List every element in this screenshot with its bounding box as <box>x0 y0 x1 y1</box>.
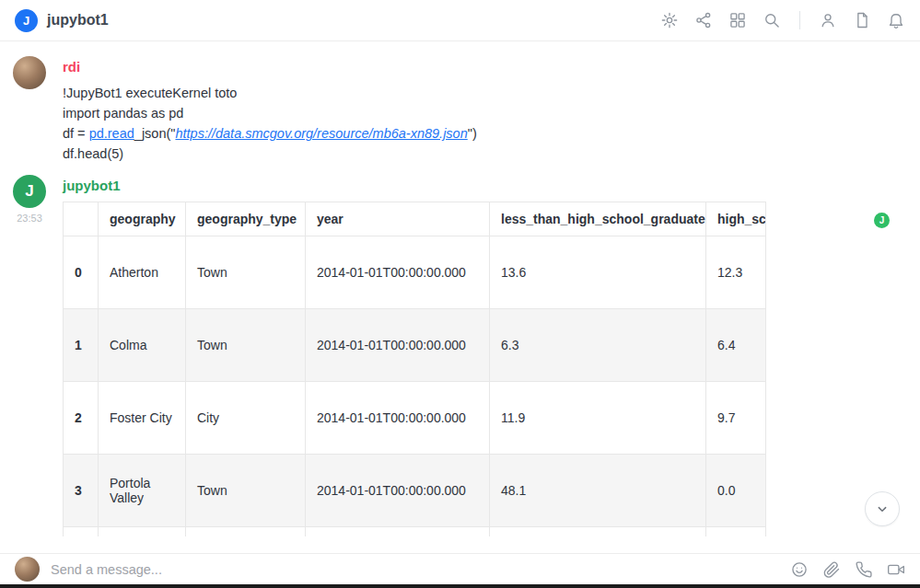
table-cell: Town <box>186 236 306 309</box>
message-list[interactable]: rdi !JupyBot1 executeKernel toto import … <box>0 41 920 553</box>
row-index: 2 <box>64 382 99 455</box>
unread-jump-badge[interactable]: J <box>874 213 890 228</box>
code-prefix: df = <box>63 126 89 141</box>
channel-title: jupybot1 <box>47 12 109 29</box>
code-mid: _json(" <box>134 126 176 141</box>
window-bottom-bar <box>0 584 920 588</box>
column-header: high_sc <box>706 202 767 236</box>
table-cell: 6.3 <box>490 309 706 382</box>
gear-icon[interactable] <box>660 11 679 29</box>
table-row-partial <box>64 527 767 537</box>
resource-url-link[interactable]: https://data.smcgov.org/resource/mb6a-xn… <box>175 126 467 141</box>
message-text-line: df.head(5) <box>63 144 907 164</box>
code-suffix: ") <box>468 126 477 141</box>
message-timestamp: 23:53 <box>17 213 42 224</box>
file-icon[interactable] <box>853 11 871 29</box>
message-jupybot1: J 23:53 jupybot1 geography geography_typ… <box>0 164 920 536</box>
table-cell: Town <box>186 309 306 382</box>
message-rdi: rdi !JupyBot1 executeKernel toto import … <box>0 41 920 164</box>
scroll-to-bottom-button[interactable] <box>865 491 900 526</box>
table-header-row: geography geography_type year less_than_… <box>64 202 767 236</box>
header-toolbar <box>660 11 905 29</box>
row-index: 1 <box>64 309 99 382</box>
emoji-icon[interactable] <box>790 560 809 579</box>
table-cell: Foster City <box>99 382 186 455</box>
table-row: 2 Foster City City 2014-01-01T00:00:00.0… <box>64 382 767 455</box>
table-row: 1 Colma Town 2014-01-01T00:00:00.000 6.3… <box>64 309 767 382</box>
message-composer <box>0 553 920 584</box>
table-cell: 11.9 <box>490 382 706 455</box>
table-cell: 2014-01-01T00:00:00.000 <box>306 236 490 309</box>
column-header <box>64 202 99 236</box>
paperclip-icon[interactable] <box>822 560 841 579</box>
table-cell: 2014-01-01T00:00:00.000 <box>306 382 490 455</box>
message-input[interactable] <box>49 561 790 578</box>
dataframe-table-container: geography geography_type year less_than_… <box>63 202 766 536</box>
search-icon[interactable] <box>763 11 781 29</box>
apps-grid-icon[interactable] <box>728 11 747 29</box>
channel-header: J jupybot1 <box>0 0 920 41</box>
toolbar-divider <box>799 11 800 29</box>
table-cell: 6.4 <box>706 309 767 382</box>
row-index: 0 <box>64 236 99 309</box>
column-header: less_than_high_school_graduate <box>490 202 706 236</box>
table-cell: Portola Valley <box>99 455 186 527</box>
table-cell: 2014-01-01T00:00:00.000 <box>306 455 490 527</box>
message-text-line: import pandas as pd <box>63 103 907 123</box>
channel-avatar: J <box>15 9 38 32</box>
dataframe-table: geography geography_type year less_than_… <box>63 202 766 536</box>
avatar-rdi[interactable] <box>13 56 46 89</box>
column-header: geography_type <box>186 202 306 236</box>
message-text-line: df = pd.read_json("https://data.smcgov.o… <box>63 123 907 144</box>
table-cell: Atherton <box>99 236 186 309</box>
row-index: 3 <box>64 455 99 527</box>
chevron-down-icon <box>872 499 892 519</box>
composer-avatar[interactable] <box>15 557 40 582</box>
user-icon[interactable] <box>819 11 837 29</box>
share-icon[interactable] <box>694 11 713 29</box>
table-cell: Town <box>186 455 306 527</box>
username-jupybot1[interactable]: jupybot1 <box>63 178 907 193</box>
table-cell: 9.7 <box>706 382 767 455</box>
table-cell: 48.1 <box>490 455 706 527</box>
bell-icon[interactable] <box>887 11 905 29</box>
table-cell: 0.0 <box>706 455 767 527</box>
table-cell: 13.6 <box>490 236 706 309</box>
table-cell: 12.3 <box>706 236 767 309</box>
column-header: year <box>306 202 490 236</box>
phone-icon[interactable] <box>855 560 873 579</box>
table-cell: 2014-01-01T00:00:00.000 <box>306 309 490 382</box>
column-header: geography <box>99 202 186 236</box>
message-text-line: !JupyBot1 executeKernel toto <box>63 83 907 103</box>
composer-actions <box>790 560 905 579</box>
avatar-jupybot1[interactable]: J <box>13 175 46 208</box>
table-cell: Colma <box>99 309 186 382</box>
username-rdi[interactable]: rdi <box>63 59 907 75</box>
table-row: 3 Portola Valley Town 2014-01-01T00:00:0… <box>64 455 767 527</box>
table-cell: City <box>186 382 306 455</box>
pd-read-link[interactable]: pd.read <box>89 126 134 141</box>
table-row: 0 Atherton Town 2014-01-01T00:00:00.000 … <box>64 236 767 309</box>
video-camera-icon[interactable] <box>887 560 905 579</box>
